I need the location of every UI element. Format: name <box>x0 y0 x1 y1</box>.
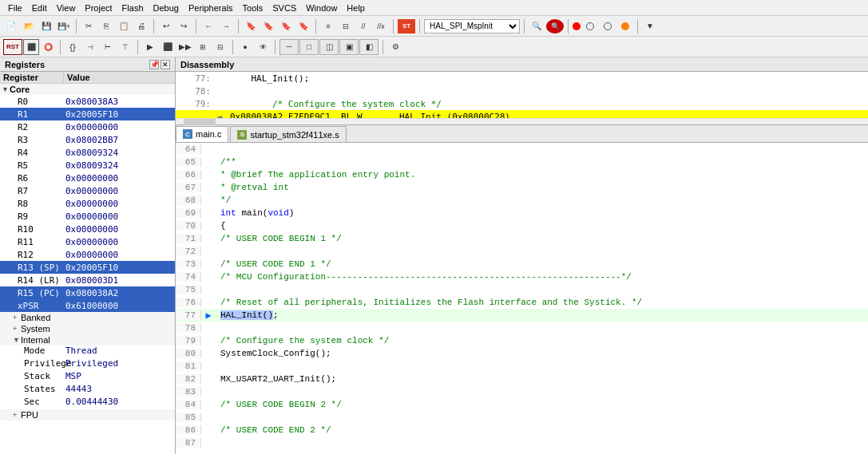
reg-row-r13--sp-[interactable]: R13 (SP)0x20005F10 <box>0 261 175 274</box>
menu-flash[interactable]: Flash <box>117 2 149 14</box>
code-line-86[interactable]: 86 /* USER CODE END 2 */ <box>176 424 868 436</box>
code-line-65[interactable]: 65/** <box>176 156 868 168</box>
close-panel-icon[interactable]: ✕ <box>161 60 170 69</box>
code-line-76[interactable]: 76 /* Reset of all peripherals, Initiali… <box>176 296 868 309</box>
menu-svcs[interactable]: SVCS <box>268 2 301 14</box>
breakpoint-btn[interactable]: ● <box>237 39 253 55</box>
debug-btn1[interactable]: ⬛ <box>23 39 39 55</box>
save-all-button[interactable]: 💾+ <box>56 18 72 34</box>
dbg-extra2[interactable]: ⊟ <box>212 39 228 55</box>
menu-peripherals[interactable]: Peripherals <box>184 2 238 14</box>
redo-button[interactable]: ↪ <box>176 18 192 34</box>
size-ctrl3[interactable]: ◫ <box>319 39 339 55</box>
stop-btn[interactable]: ⬛ <box>160 39 176 55</box>
code-line-66[interactable]: 66 * @brief The application entry point. <box>176 168 868 181</box>
nav-back-button[interactable]: ← <box>200 18 216 34</box>
cut-button[interactable]: ✂ <box>81 18 97 34</box>
bookmark4-button[interactable]: 🔖 <box>295 18 311 34</box>
bookmark-button[interactable]: 🔖 <box>243 18 259 34</box>
reg-row-r11[interactable]: R110x00000000 <box>0 235 175 248</box>
reg-row-r7[interactable]: R70x00000000 <box>0 184 175 197</box>
new-file-button[interactable]: 📄 <box>3 18 19 34</box>
tab-main-c[interactable]: C main.c <box>176 126 228 142</box>
disassembly-content[interactable]: 77: HAL_Init(); 78: 79: /* Configure the… <box>176 72 868 118</box>
comment-btn[interactable]: // <box>355 18 371 34</box>
indent-btn[interactable]: ⊟ <box>338 18 354 34</box>
reg-row-r9[interactable]: R90x00000000 <box>0 210 175 223</box>
size-ctrl4[interactable]: ▣ <box>339 39 359 55</box>
reg-row-r3[interactable]: R30x08002BB7 <box>0 133 175 146</box>
watch-btn[interactable]: 👁 <box>255 39 271 55</box>
bookmark3-button[interactable]: 🔖 <box>278 18 294 34</box>
function-dropdown[interactable]: HAL_SPI_MspInit <box>424 19 520 34</box>
uncomment-btn[interactable]: //x <box>373 18 389 34</box>
paste-button[interactable]: 📋 <box>116 18 132 34</box>
reg-row-r6[interactable]: R60x00000000 <box>0 172 175 184</box>
more-btn[interactable]: ▼ <box>642 18 658 34</box>
dbg-extra1[interactable]: ⊞ <box>195 39 211 55</box>
save-button[interactable]: 💾 <box>38 18 54 34</box>
code-line-84[interactable]: 84 /* USER CODE BEGIN 2 */ <box>176 398 868 411</box>
run-btn[interactable]: ⊤ <box>117 39 133 55</box>
reg-row-r0[interactable]: R00x080038A3 <box>0 95 175 108</box>
circle1-btn[interactable] <box>582 18 598 34</box>
code-line-83[interactable]: 83 <box>176 385 868 398</box>
menu-project[interactable]: Project <box>80 2 117 14</box>
reg-row-r15--pc-[interactable]: R15 (PC)0x080038A2 <box>0 286 175 299</box>
reg-row-r1[interactable]: R10x20005F10 <box>0 108 175 120</box>
fpu-group-header[interactable]: + FPU <box>0 409 175 420</box>
banked-group-header[interactable]: + Banked <box>0 312 175 323</box>
pin-icon[interactable]: 📌 <box>149 60 159 69</box>
step-into-btn[interactable]: {} <box>65 39 81 55</box>
menu-view[interactable]: View <box>52 2 81 14</box>
menu-window[interactable]: Window <box>301 2 342 14</box>
menu-tools[interactable]: Tools <box>238 2 268 14</box>
align-btn[interactable]: ≡ <box>320 18 336 34</box>
code-line-64[interactable]: 64 <box>176 143 868 156</box>
print-button[interactable]: 🖨 <box>133 18 149 34</box>
menu-file[interactable]: File <box>3 2 27 14</box>
code-line-78[interactable]: 78 <box>176 322 868 334</box>
rst-button[interactable]: RST <box>3 39 22 55</box>
tab-startup[interactable]: S startup_stm32f411xe.s <box>230 126 346 142</box>
code-line-74[interactable]: 74 /* MCU Configuration-----------------… <box>176 270 868 283</box>
core-group-header[interactable]: ▼ Core <box>0 84 175 95</box>
copy-button[interactable]: ⎘ <box>98 18 114 34</box>
reg-row-r4[interactable]: R40x08009324 <box>0 146 175 159</box>
code-line-72[interactable]: 72 <box>176 245 868 258</box>
code-line-79[interactable]: 79 /* Configure the system clock */ <box>176 334 868 347</box>
code-line-80[interactable]: 80 SystemClock_Config(); <box>176 347 868 360</box>
arrow-right-btn[interactable]: ▶ <box>142 39 158 55</box>
circle2-btn[interactable] <box>600 18 616 34</box>
reg-row-xpsr[interactable]: xPSR0x61000000 <box>0 299 175 312</box>
code-line-85[interactable]: 85 <box>176 411 868 424</box>
reg-row-r10[interactable]: R100x00000000 <box>0 223 175 235</box>
magnify-btn[interactable]: 🔍 <box>546 19 564 34</box>
step-out-btn[interactable]: ⊢ <box>100 39 116 55</box>
code-line-75[interactable]: 75 <box>176 283 868 296</box>
code-line-81[interactable]: 81 <box>176 360 868 373</box>
reg-row-r8[interactable]: R80x00000000 <box>0 197 175 210</box>
menu-edit[interactable]: Edit <box>27 2 52 14</box>
internal-group-header[interactable]: ▼ Internal <box>0 334 175 345</box>
internal-row-privilege[interactable]: PrivilegePrivileged <box>0 358 175 371</box>
search-btn[interactable]: 🔍 <box>529 18 545 34</box>
step-over-btn[interactable]: ⊣ <box>82 39 98 55</box>
size-ctrl1[interactable]: ─ <box>279 39 299 55</box>
registers-scroll[interactable]: ▼ Core R00x080038A3R10x20005F10R20x00000… <box>0 84 175 454</box>
reg-row-r14--lr-[interactable]: R14 (LR)0x080003D1 <box>0 274 175 286</box>
code-line-68[interactable]: 68 */ <box>176 194 868 207</box>
code-line-67[interactable]: 67 * @retval int <box>176 181 868 194</box>
disasm-hscroll[interactable] <box>176 118 868 124</box>
internal-row-states[interactable]: States44443 <box>0 384 175 397</box>
orange-btn[interactable] <box>617 18 633 34</box>
continue-btn[interactable]: ▶▶ <box>177 39 193 55</box>
code-line-71[interactable]: 71 /* USER CODE BEGIN 1 */ <box>176 232 868 245</box>
size-ctrl2[interactable]: □ <box>299 39 319 55</box>
nav-fwd-button[interactable]: → <box>218 18 234 34</box>
reg-row-r5[interactable]: R50x08009324 <box>0 159 175 172</box>
menu-help[interactable]: Help <box>342 2 370 14</box>
code-scroll[interactable]: 6465/**66 * @brief The application entry… <box>176 143 868 454</box>
reg-row-r2[interactable]: R20x00000000 <box>0 120 175 133</box>
menu-debug[interactable]: Debug <box>149 2 184 14</box>
